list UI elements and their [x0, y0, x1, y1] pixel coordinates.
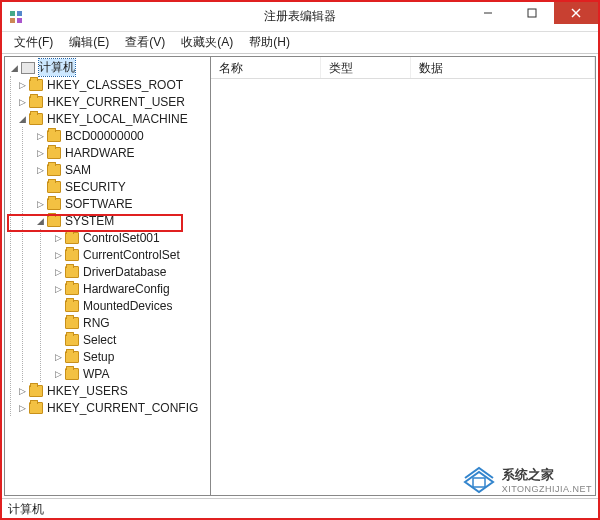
close-button[interactable] [554, 2, 598, 24]
tree-item-hkcc[interactable]: ▷ HKEY_CURRENT_CONFIG [17, 399, 210, 416]
tree-item-bcd[interactable]: ▷ BCD00000000 [35, 127, 210, 144]
column-name[interactable]: 名称 [211, 57, 321, 78]
window-title: 注册表编辑器 [264, 8, 336, 25]
tree-label: RNG [83, 316, 110, 330]
tree-item-sam[interactable]: ▷ SAM [35, 161, 210, 178]
folder-icon [47, 147, 61, 159]
tree-label: WPA [83, 367, 109, 381]
tree-label: SOFTWARE [65, 197, 133, 211]
tree-item-security[interactable]: ▷ SECURITY [35, 178, 210, 195]
tree-label: ControlSet001 [83, 231, 160, 245]
tree-label: DriverDatabase [83, 265, 166, 279]
watermark-logo-icon [462, 466, 496, 494]
tree-item-ccs[interactable]: ▷CurrentControlSet [53, 246, 210, 263]
content-area: ◢ 计算机 ▷ HKEY_CLASSES_ROOT ▷ HKEY_CURRENT… [4, 56, 596, 496]
tree-item-hkcu[interactable]: ▷ HKEY_CURRENT_USER [17, 93, 210, 110]
svg-rect-1 [17, 11, 22, 16]
expand-icon[interactable]: ▷ [17, 80, 27, 90]
svg-rect-5 [528, 9, 536, 17]
tree-label: HKEY_USERS [47, 384, 128, 398]
title-bar: 注册表编辑器 [2, 2, 598, 32]
expand-icon[interactable]: ▷ [35, 199, 45, 209]
expand-icon[interactable]: ▷ [17, 403, 27, 413]
expand-icon[interactable]: ▷ [53, 267, 63, 277]
folder-icon [29, 96, 43, 108]
tree-root[interactable]: ◢ 计算机 [5, 59, 210, 76]
menu-edit[interactable]: 编辑(E) [61, 32, 117, 53]
menu-view[interactable]: 查看(V) [117, 32, 173, 53]
maximize-button[interactable] [510, 2, 554, 24]
expand-icon[interactable]: ▷ [35, 165, 45, 175]
folder-icon [47, 215, 61, 227]
menu-help[interactable]: 帮助(H) [241, 32, 298, 53]
folder-icon [47, 130, 61, 142]
menu-favorites[interactable]: 收藏夹(A) [173, 32, 241, 53]
menu-file[interactable]: 文件(F) [6, 32, 61, 53]
folder-icon [65, 334, 79, 346]
collapse-icon[interactable]: ◢ [17, 114, 27, 124]
tree-pane[interactable]: ◢ 计算机 ▷ HKEY_CLASSES_ROOT ▷ HKEY_CURRENT… [5, 57, 211, 495]
folder-icon [65, 368, 79, 380]
svg-rect-0 [10, 11, 15, 16]
tree-label: HARDWARE [65, 146, 135, 160]
expand-icon[interactable]: ▷ [35, 148, 45, 158]
tree-item-wpa[interactable]: ▷WPA [53, 365, 210, 382]
computer-icon [21, 62, 35, 74]
tree-label: SECURITY [65, 180, 126, 194]
expand-icon[interactable]: ◢ [9, 63, 19, 73]
tree-label: HKEY_CURRENT_USER [47, 95, 185, 109]
app-icon [8, 9, 24, 25]
tree-label: BCD00000000 [65, 129, 144, 143]
tree-item-hklm[interactable]: ◢ HKEY_LOCAL_MACHINE [17, 110, 210, 127]
menu-bar: 文件(F) 编辑(E) 查看(V) 收藏夹(A) 帮助(H) [2, 32, 598, 54]
tree-label: HKEY_CURRENT_CONFIG [47, 401, 198, 415]
collapse-icon[interactable]: ◢ [35, 216, 45, 226]
column-data[interactable]: 数据 [411, 57, 595, 78]
tree-item-software[interactable]: ▷ SOFTWARE [35, 195, 210, 212]
tree-item-mounted[interactable]: ▷MountedDevices [53, 297, 210, 314]
column-type[interactable]: 类型 [321, 57, 411, 78]
list-header: 名称 类型 数据 [211, 57, 595, 79]
watermark-brand: 系统之家 [502, 466, 592, 484]
tree-label: 计算机 [39, 59, 75, 76]
expand-icon[interactable]: ▷ [17, 386, 27, 396]
list-pane[interactable]: 名称 类型 数据 [211, 57, 595, 495]
svg-rect-3 [17, 18, 22, 23]
registry-tree: ◢ 计算机 ▷ HKEY_CLASSES_ROOT ▷ HKEY_CURRENT… [5, 57, 210, 418]
tree-item-hwcfg[interactable]: ▷HardwareConfig [53, 280, 210, 297]
expand-icon[interactable]: ▷ [53, 233, 63, 243]
expand-icon[interactable]: ▷ [17, 97, 27, 107]
tree-item-driverdb[interactable]: ▷DriverDatabase [53, 263, 210, 280]
tree-item-setup[interactable]: ▷Setup [53, 348, 210, 365]
tree-item-select[interactable]: ▷Select [53, 331, 210, 348]
folder-icon [29, 385, 43, 397]
watermark-url: XITONGZHIJIA.NET [502, 484, 592, 494]
expand-icon[interactable]: ▷ [53, 369, 63, 379]
expand-icon[interactable]: ▷ [53, 352, 63, 362]
tree-item-ccs001[interactable]: ▷ControlSet001 [53, 229, 210, 246]
tree-item-system[interactable]: ◢ SYSTEM [35, 212, 210, 229]
expand-icon[interactable]: ▷ [53, 284, 63, 294]
tree-label: MountedDevices [83, 299, 172, 313]
minimize-button[interactable] [466, 2, 510, 24]
tree-label: SAM [65, 163, 91, 177]
folder-icon [65, 266, 79, 278]
folder-icon [65, 249, 79, 261]
expand-icon[interactable]: ▷ [35, 131, 45, 141]
folder-icon [65, 232, 79, 244]
folder-icon [65, 300, 79, 312]
svg-rect-8 [473, 478, 485, 487]
status-path: 计算机 [8, 502, 44, 516]
folder-icon [65, 283, 79, 295]
watermark: 系统之家 XITONGZHIJIA.NET [462, 466, 592, 494]
tree-item-hku[interactable]: ▷ HKEY_USERS [17, 382, 210, 399]
folder-icon [47, 164, 61, 176]
tree-label: SYSTEM [65, 214, 114, 228]
svg-rect-2 [10, 18, 15, 23]
tree-label: CurrentControlSet [83, 248, 180, 262]
tree-item-hkcr[interactable]: ▷ HKEY_CLASSES_ROOT [17, 76, 210, 93]
status-bar: 计算机 [2, 498, 598, 518]
tree-item-hardware[interactable]: ▷ HARDWARE [35, 144, 210, 161]
expand-icon[interactable]: ▷ [53, 250, 63, 260]
tree-item-rng[interactable]: ▷RNG [53, 314, 210, 331]
